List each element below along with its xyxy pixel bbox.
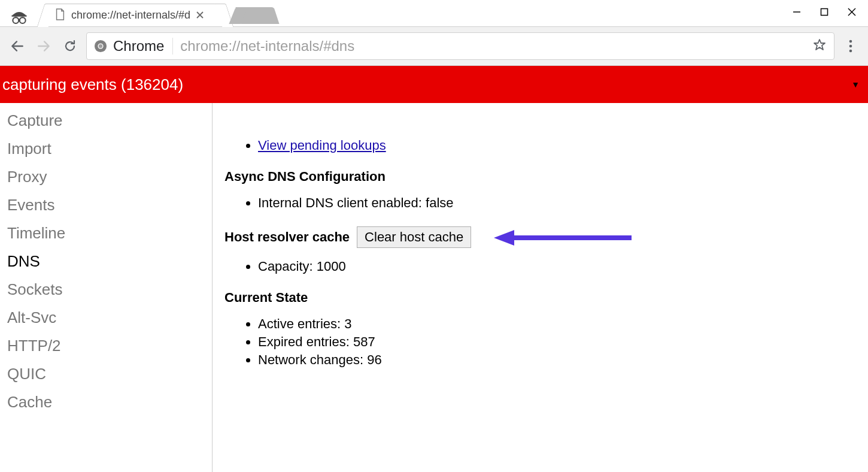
state-network-changes: Network changes: 96	[258, 352, 856, 368]
view-pending-lookups-link[interactable]: View pending lookups	[258, 138, 386, 153]
async-dns-header: Async DNS Configuration	[224, 169, 386, 184]
content-pane[interactable]: View pending lookups Async DNS Configura…	[213, 103, 868, 472]
state-active-entries: Active entries: 3	[258, 316, 856, 332]
chrome-favicon-icon	[94, 40, 107, 53]
browser-tab-active[interactable]: chrome://net-internals/#d	[45, 4, 225, 26]
capacity-line: Capacity: 1000	[258, 259, 856, 274]
svg-rect-4	[11, 16, 27, 17]
origin-chip: Chrome	[94, 38, 173, 55]
reload-button[interactable]	[60, 36, 80, 56]
svg-point-5	[13, 17, 19, 23]
url-text: chrome://net-internals/#dns	[180, 38, 805, 55]
sidebar-item-quic[interactable]: QUIC	[7, 360, 212, 388]
sidebar[interactable]: CaptureImportProxyEventsTimelineDNSSocke…	[0, 103, 212, 472]
svg-point-14	[849, 50, 852, 53]
current-state-header: Current State	[224, 290, 308, 305]
svg-point-11	[99, 44, 102, 48]
bookmark-star-icon[interactable]	[812, 38, 827, 55]
banner-collapse-icon[interactable]: ▼	[851, 80, 860, 89]
svg-point-13	[849, 45, 852, 48]
sidebar-item-timeline[interactable]: Timeline	[7, 219, 212, 247]
capture-status-text: capturing events (136204)	[2, 75, 183, 94]
tab-strip: chrome://net-internals/#d	[0, 0, 868, 26]
new-tab-button[interactable]	[235, 7, 279, 24]
tab-title: chrome://net-internals/#d	[71, 9, 190, 22]
tab-close-icon[interactable]	[196, 10, 204, 21]
annotation-arrow-icon	[494, 230, 632, 244]
origin-chip-label: Chrome	[113, 38, 164, 55]
sidebar-item-dns[interactable]: DNS	[7, 247, 212, 276]
sidebar-item-http-2[interactable]: HTTP/2	[7, 332, 212, 360]
sidebar-item-capture[interactable]: Capture	[7, 107, 212, 135]
async-dns-item: Internal DNS client enabled: false	[258, 195, 856, 211]
host-resolver-cache-header: Host resolver cache	[224, 229, 350, 245]
main-area: CaptureImportProxyEventsTimelineDNSSocke…	[0, 103, 868, 472]
svg-point-12	[849, 40, 852, 43]
back-button[interactable]	[7, 36, 28, 56]
sidebar-item-import[interactable]: Import	[7, 135, 212, 163]
sidebar-item-events[interactable]: Events	[7, 191, 212, 219]
page-icon	[54, 8, 65, 23]
browser-toolbar: Chrome chrome://net-internals/#dns	[0, 26, 868, 66]
clear-host-cache-button[interactable]: Clear host cache	[357, 226, 471, 248]
forward-button[interactable]	[34, 36, 54, 56]
capture-status-banner[interactable]: capturing events (136204) ▼	[0, 66, 868, 103]
state-expired-entries: Expired entries: 587	[258, 334, 856, 350]
sidebar-item-cache[interactable]: Cache	[7, 388, 212, 416]
sidebar-item-alt-svc[interactable]: Alt-Svc	[7, 304, 212, 332]
address-bar[interactable]: Chrome chrome://net-internals/#dns	[86, 32, 834, 60]
svg-point-6	[20, 17, 26, 23]
sidebar-item-proxy[interactable]: Proxy	[7, 163, 212, 191]
incognito-icon	[7, 6, 31, 26]
sidebar-item-sockets[interactable]: Sockets	[7, 276, 212, 304]
browser-menu-button[interactable]	[840, 39, 861, 53]
